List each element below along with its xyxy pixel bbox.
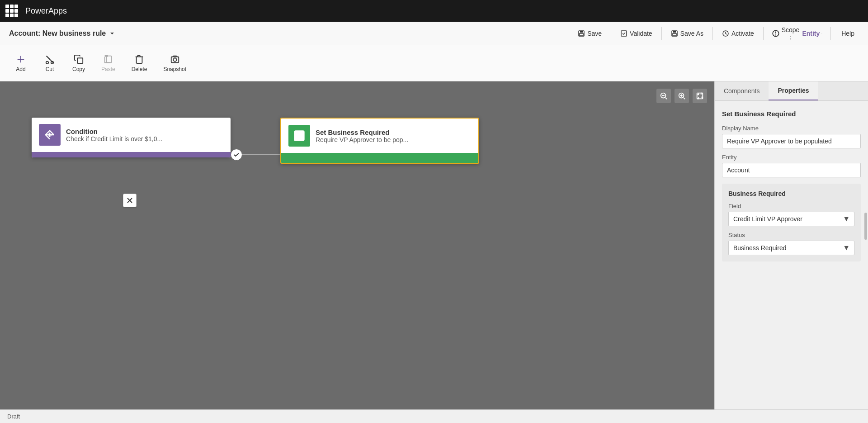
separator4 <box>763 27 764 40</box>
zoom-out-icon <box>660 92 668 100</box>
add-button[interactable]: Add <box>7 51 34 76</box>
condition-node[interactable]: Condition Check if Credit Limit is over … <box>32 118 231 157</box>
svg-line-15 <box>47 56 50 59</box>
separator <box>611 27 611 40</box>
svg-rect-17 <box>107 56 112 62</box>
svg-rect-28 <box>697 93 703 99</box>
svg-rect-1 <box>580 31 583 33</box>
scope-chevron-icon <box>821 31 822 36</box>
header-actions: Save Validate Save As Activate Scope : E… <box>572 24 859 43</box>
scope-label: Scope : <box>782 26 800 41</box>
svg-rect-6 <box>673 33 676 36</box>
condition-footer <box>32 152 231 157</box>
action-node[interactable]: Set Business Required Require VP Approve… <box>280 118 479 164</box>
action-title: Set Business Required <box>316 128 471 136</box>
svg-rect-2 <box>580 33 583 36</box>
main-area: Condition Check if Credit Limit is over … <box>0 81 868 409</box>
header-bar: Account: New business rule Save Validate… <box>0 22 868 45</box>
cut-icon <box>45 54 55 64</box>
waffle-icon[interactable] <box>5 5 18 17</box>
connector-line <box>231 154 280 155</box>
add-icon <box>16 54 26 64</box>
condition-subtitle: Check if Credit Limit is over $1,0... <box>66 135 223 143</box>
save-icon <box>578 30 585 37</box>
copy-button[interactable]: Copy <box>65 51 92 76</box>
condition-icon <box>39 124 61 146</box>
copy-icon <box>74 54 84 64</box>
scope-value: Entity <box>802 30 820 37</box>
field-label: Field <box>728 203 854 209</box>
tab-properties[interactable]: Properties <box>769 81 818 100</box>
zoom-out-button[interactable] <box>656 89 671 103</box>
status-select[interactable]: Business Required Business RequiredNot B… <box>728 241 854 255</box>
condition-type-icon <box>43 128 56 141</box>
condition-title: Condition <box>66 128 223 135</box>
action-subtitle: Require VP Approver to be pop... <box>316 136 471 143</box>
save-as-icon <box>671 30 678 37</box>
check-badge <box>231 149 242 161</box>
svg-line-27 <box>684 98 685 100</box>
scope-button[interactable]: Scope : Entity <box>767 24 827 43</box>
x-icon <box>126 197 133 204</box>
properties-panel: Components Properties Set Business Requi… <box>714 81 868 409</box>
separator5 <box>830 27 831 40</box>
svg-rect-18 <box>105 55 108 57</box>
status-bar: Draft <box>0 409 868 423</box>
field-select[interactable]: Credit Limit VP Approver <box>728 212 854 226</box>
delete-button[interactable]: Delete <box>124 51 155 76</box>
help-button[interactable]: Help <box>835 28 859 39</box>
business-required-section: Business Required Field Credit Limit VP … <box>722 184 861 261</box>
canvas-controls <box>656 89 707 103</box>
svg-point-12 <box>46 61 49 64</box>
status-select-wrapper: Business Required Business RequiredNot B… <box>728 241 854 255</box>
svg-rect-5 <box>673 31 676 33</box>
zoom-in-button[interactable] <box>675 89 689 103</box>
entity-input[interactable] <box>722 163 861 177</box>
activate-icon <box>722 30 729 37</box>
business-required-label: Business Required <box>728 190 854 197</box>
condition-header: Condition Check if Credit Limit is over … <box>32 118 231 152</box>
paste-button[interactable]: Paste <box>94 51 123 76</box>
app-title: PowerApps <box>25 6 67 16</box>
separator2 <box>661 27 662 40</box>
delete-icon <box>134 54 144 64</box>
field-select-wrapper: Credit Limit VP Approver ▼ <box>728 212 854 226</box>
status-label: Status <box>728 232 854 238</box>
validate-icon <box>620 30 627 37</box>
display-name-input[interactable] <box>722 134 861 148</box>
entity-label: Entity <box>722 154 861 161</box>
top-bar: PowerApps <box>0 0 868 22</box>
cut-button[interactable]: Cut <box>36 51 63 76</box>
save-button[interactable]: Save <box>572 28 607 39</box>
condition-text: Condition Check if Credit Limit is over … <box>66 128 223 143</box>
snapshot-icon <box>170 54 180 64</box>
display-name-label: Display Name <box>722 125 861 132</box>
panel-section-title: Set Business Required <box>722 110 861 118</box>
toolbar: Add Cut Copy Paste Delete Snapshot <box>0 45 868 81</box>
svg-point-20 <box>173 58 176 61</box>
paste-icon <box>103 54 113 64</box>
svg-rect-16 <box>77 58 83 63</box>
action-header: Set Business Required Require VP Approve… <box>281 119 478 153</box>
fit-screen-icon <box>696 92 704 100</box>
panel-tabs: Components Properties <box>715 81 868 101</box>
connector <box>231 152 284 157</box>
remove-condition-button[interactable] <box>123 194 137 207</box>
action-footer <box>281 153 478 163</box>
zoom-in-icon <box>678 92 686 100</box>
fit-screen-button[interactable] <box>693 89 707 103</box>
activate-button[interactable]: Activate <box>717 28 760 39</box>
scroll-handle[interactable] <box>864 213 867 240</box>
canvas: Condition Check if Credit Limit is over … <box>0 81 714 409</box>
chevron-down-icon[interactable] <box>108 30 116 37</box>
separator3 <box>712 27 713 40</box>
breadcrumb: Account: New business rule <box>9 29 116 38</box>
snapshot-button[interactable]: Snapshot <box>156 51 193 76</box>
draft-status: Draft <box>7 413 20 420</box>
action-icon <box>288 125 310 147</box>
check-icon <box>233 152 240 158</box>
validate-button[interactable]: Validate <box>615 28 658 39</box>
scope-icon <box>772 29 780 38</box>
tab-components[interactable]: Components <box>715 81 769 100</box>
save-as-button[interactable]: Save As <box>665 28 709 39</box>
